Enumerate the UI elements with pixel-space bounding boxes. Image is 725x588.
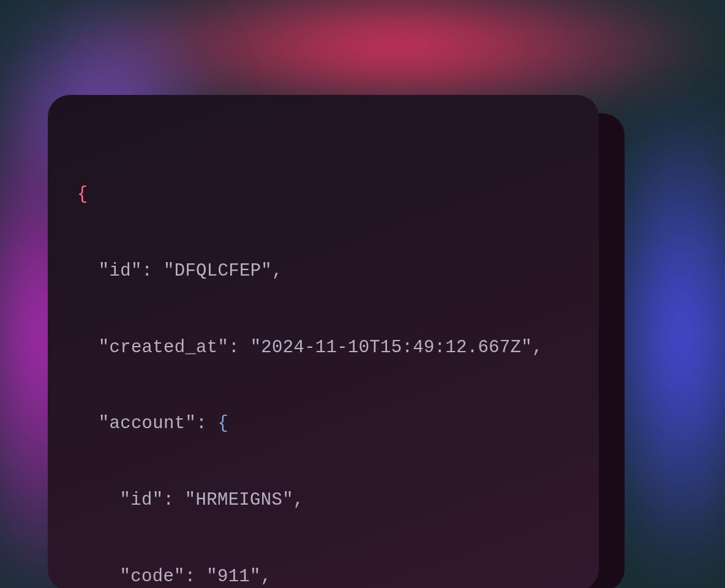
- json-value-account-code: "911": [206, 567, 261, 587]
- json-key-id: "id": [99, 261, 142, 281]
- colon: :: [185, 567, 206, 587]
- colon: :: [196, 413, 217, 434]
- comma: ,: [272, 261, 283, 281]
- json-value-id: "DFQLCFEP": [163, 261, 272, 281]
- code-card: { "id": "DFQLCFEP", "created_at": "2024-…: [48, 95, 599, 588]
- open-brace-inner: {: [218, 413, 229, 434]
- json-value-account-id: "HRMEIGNS": [185, 490, 293, 510]
- comma: ,: [261, 567, 272, 587]
- comma: ,: [532, 337, 543, 358]
- json-key-account: "account": [99, 413, 196, 434]
- json-key-account-id: "id": [120, 490, 163, 510]
- json-key-created-at: "created_at": [99, 337, 228, 358]
- json-key-account-code: "code": [120, 567, 185, 587]
- colon: :: [163, 490, 184, 510]
- colon: :: [228, 337, 250, 358]
- json-value-created-at: "2024-11-10T15:49:12.667Z": [250, 337, 532, 358]
- colon: :: [142, 261, 163, 281]
- json-code-block: { "id": "DFQLCFEP", "created_at": "2024-…: [77, 138, 569, 588]
- comma: ,: [293, 490, 304, 510]
- open-brace: {: [77, 184, 88, 205]
